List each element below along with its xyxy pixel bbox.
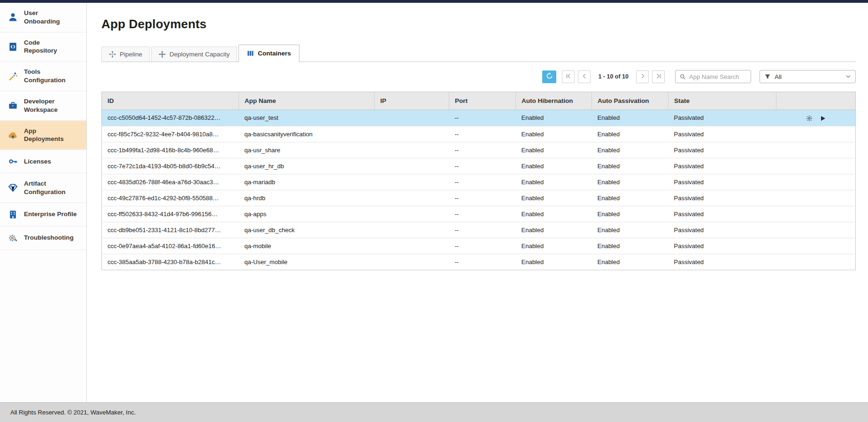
next-page-icon — [640, 73, 645, 80]
building-icon — [7, 209, 19, 220]
cell-app-name: qa-user_test — [239, 110, 375, 126]
column-header-ip: IP — [375, 92, 449, 110]
table-row[interactable]: ccc-0e97aea4-a5af-4102-86a1-fd60e16…qa-m… — [102, 238, 856, 254]
sidebar-item-licenses[interactable]: Licenses — [0, 150, 86, 173]
next-page-button[interactable] — [636, 70, 649, 83]
cell-id: ccc-ff502633-8432-41d4-97b6-996156… — [102, 206, 239, 222]
containers-icon — [247, 50, 254, 57]
sidebar-item-code-repository[interactable]: Code Repository — [0, 32, 86, 62]
cell-auto-hibernation: Enabled — [516, 254, 592, 270]
page-title: App Deployments — [101, 17, 856, 31]
cell-auto-passivation: Enabled — [592, 158, 668, 174]
table-header-row: IDApp NameIPPortAuto HibernationAuto Pas… — [102, 92, 856, 110]
table-row[interactable]: ccc-1b499fa1-2d98-416b-8c4b-960e68…qa-us… — [102, 142, 856, 158]
pipeline-icon — [109, 51, 116, 58]
cell-ip — [375, 142, 449, 158]
cell-port: -- — [449, 110, 516, 126]
cell-auto-passivation: Enabled — [592, 238, 668, 254]
sidebar-item-troubleshooting[interactable]: Troubleshooting — [0, 227, 86, 250]
cell-ip — [375, 254, 449, 270]
refresh-button[interactable] — [542, 70, 556, 83]
tab-containers[interactable]: Containers — [238, 45, 300, 62]
state-filter-dropdown[interactable]: All — [760, 70, 856, 83]
pagination-status: 1 - 10 of 10 — [598, 73, 629, 80]
copyright-text: All Rights Reserved. © 2021, WaveMaker, … — [10, 409, 136, 416]
sidebar-item-label: Troubleshooting — [24, 234, 74, 242]
table-row[interactable]: ccc-c5050d64-1452-4c57-872b-086322…qa-us… — [102, 110, 856, 126]
cell-state: Passivated — [668, 222, 776, 238]
sidebar-item-app-deployments[interactable]: App Deployments — [0, 121, 86, 150]
cell-id: ccc-4835d026-788f-46ea-a76d-30aac3… — [102, 174, 239, 190]
cloud-upload-icon — [7, 130, 19, 141]
cell-state: Passivated — [668, 126, 776, 142]
tab-pipeline[interactable]: Pipeline — [101, 47, 150, 62]
table-row[interactable]: ccc-4835d026-788f-46ea-a76d-30aac3…qa-ma… — [102, 174, 856, 190]
cell-state: Passivated — [668, 158, 776, 174]
cell-app-name: qa-basicsanityverification — [239, 126, 375, 142]
cell-ip — [375, 174, 449, 190]
code-repo-icon — [7, 41, 19, 52]
cell-auto-passivation: Enabled — [592, 190, 668, 206]
sidebar-item-enterprise-profile[interactable]: Enterprise Profile — [0, 203, 86, 227]
cell-actions — [776, 126, 856, 142]
cell-id: ccc-385aa5ab-3788-4230-b78a-b2841c… — [102, 254, 239, 270]
prev-page-button[interactable] — [578, 70, 591, 83]
cell-id: ccc-0e97aea4-a5af-4102-86a1-fd60e16… — [102, 238, 239, 254]
cell-auto-hibernation: Enabled — [516, 126, 592, 142]
cell-state: Passivated — [668, 142, 776, 158]
sidebar: User OnboardingCode RepositoryTools Conf… — [0, 3, 87, 402]
table-toolbar: 1 - 10 of 10 All — [101, 70, 856, 83]
cell-app-name: qa-User_mobile — [239, 254, 375, 270]
column-header-id: ID — [102, 92, 239, 110]
column-header-state: State — [668, 92, 776, 110]
table-row[interactable]: ccc-db9be051-2331-4121-8c10-8bd277…qa-us… — [102, 222, 856, 238]
cell-port: -- — [449, 254, 516, 270]
cell-auto-hibernation: Enabled — [516, 142, 592, 158]
cell-auto-passivation: Enabled — [592, 126, 668, 142]
cell-ip — [375, 206, 449, 222]
table-row[interactable]: ccc-385aa5ab-3788-4230-b78a-b2841c…qa-Us… — [102, 254, 856, 270]
cell-auto-hibernation: Enabled — [516, 110, 592, 126]
cell-ip — [375, 238, 449, 254]
table-row[interactable]: ccc-7e72c1da-4193-4b05-b8d0-6b9c54…qa-us… — [102, 158, 856, 174]
start-play-icon[interactable] — [820, 116, 826, 121]
cell-app-name: qa-hrdb — [239, 190, 375, 206]
cell-id: ccc-c5050d64-1452-4c57-872b-086322… — [102, 110, 239, 126]
filter-selected-value: All — [775, 73, 782, 80]
cell-state: Passivated — [668, 206, 776, 222]
cell-actions — [776, 254, 856, 270]
cell-port: -- — [449, 126, 516, 142]
cell-auto-hibernation: Enabled — [516, 174, 592, 190]
sidebar-item-user-onboarding[interactable]: User Onboarding — [0, 3, 86, 32]
app-name-search-input[interactable] — [689, 73, 746, 80]
table-body: ccc-c5050d64-1452-4c57-872b-086322…qa-us… — [102, 110, 856, 270]
cell-port: -- — [449, 206, 516, 222]
tab-label: Containers — [258, 50, 291, 57]
table-row[interactable]: ccc-49c27876-ed1c-4292-b0f8-550588…qa-hr… — [102, 190, 856, 206]
settings-gear-icon[interactable] — [806, 115, 813, 122]
cell-actions — [776, 158, 856, 174]
sidebar-nav: User OnboardingCode RepositoryTools Conf… — [0, 3, 86, 250]
cell-app-name: qa-mariadb — [239, 174, 375, 190]
cell-auto-hibernation: Enabled — [516, 206, 592, 222]
cell-ip — [375, 190, 449, 206]
sidebar-item-artifact-configuration[interactable]: Artifact Configuration — [0, 173, 86, 203]
table-row[interactable]: ccc-ff502633-8432-41d4-97b6-996156…qa-ap… — [102, 206, 856, 222]
cell-actions — [776, 110, 856, 126]
cell-auto-passivation: Enabled — [592, 110, 668, 126]
tab-deployment-capacity[interactable]: Deployment Capacity — [151, 47, 237, 62]
sidebar-item-tools-configuration[interactable]: Tools Configuration — [0, 62, 86, 91]
containers-table: IDApp NameIPPortAuto HibernationAuto Pas… — [101, 92, 856, 270]
cell-id: ccc-db9be051-2331-4121-8c10-8bd277… — [102, 222, 239, 238]
table-row[interactable]: ccc-f85c75c2-9232-4ee7-b404-9810a8…qa-ba… — [102, 126, 856, 142]
column-header-app-name: App Name — [239, 92, 375, 110]
pagination-controls: 1 - 10 of 10 — [562, 70, 665, 83]
cell-auto-hibernation: Enabled — [516, 158, 592, 174]
refresh-icon — [546, 72, 553, 81]
tab-bar: PipelineDeployment CapacityContainers — [101, 45, 856, 62]
last-page-button[interactable] — [652, 70, 665, 83]
sidebar-item-label: User Onboarding — [24, 9, 60, 26]
first-page-button[interactable] — [562, 70, 575, 83]
cell-app-name: qa-usr_share — [239, 142, 375, 158]
sidebar-item-developer-workspace[interactable]: Developer Workspace — [0, 91, 86, 121]
